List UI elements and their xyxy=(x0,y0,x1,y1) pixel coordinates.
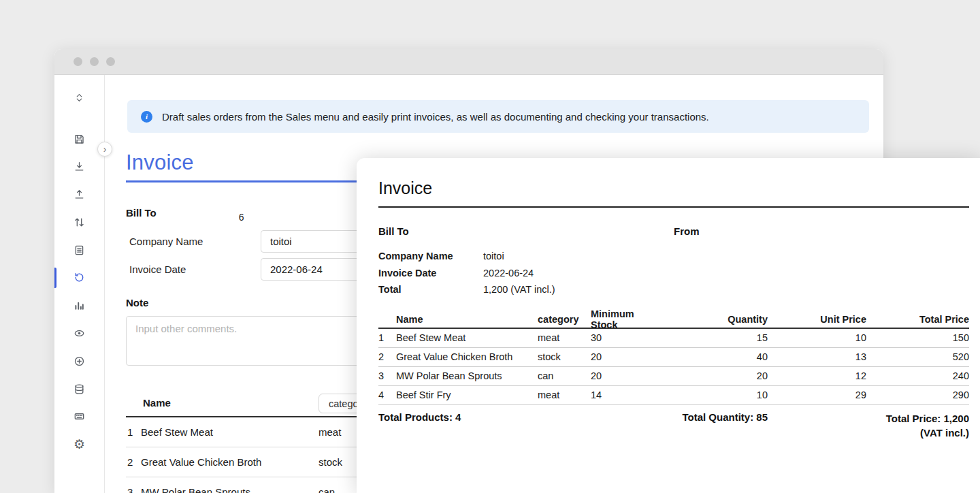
history-icon xyxy=(74,272,85,283)
info-value: 1,200 (VAT incl.) xyxy=(483,284,555,295)
row-number: 1 xyxy=(126,426,141,438)
download-icon xyxy=(74,161,85,172)
sidebar-item-add[interactable] xyxy=(54,353,105,369)
item-unit-price: 10 xyxy=(768,332,866,343)
invoice-preview-panel: Invoice Bill To From Company Name toitoi… xyxy=(357,158,980,493)
preview-table-row: 2 Great Value Chicken Broth stock 20 40 … xyxy=(378,348,969,367)
info-banner: i Draft sales orders from the Sales menu… xyxy=(127,100,869,133)
item-category: meat xyxy=(318,426,341,438)
keyboard-icon xyxy=(74,411,85,422)
item-quantity: 20 xyxy=(660,370,768,381)
preview-bill-to-label: Bill To xyxy=(378,225,674,237)
item-category: meat xyxy=(538,332,591,343)
window-minimize-button[interactable] xyxy=(90,57,99,66)
info-row: Total 1,200 (VAT incl.) xyxy=(378,281,969,298)
item-category: can xyxy=(318,486,335,493)
total-price-value: Total Price: 1,200 xyxy=(886,411,969,426)
info-row: Invoice Date 2022-06-24 xyxy=(378,265,969,282)
item-quantity: 10 xyxy=(660,389,768,400)
info-value: toitoi xyxy=(483,251,504,261)
desktop-background: ⚙ › i Draft sales orders from the Sales … xyxy=(0,0,980,493)
item-category: stock xyxy=(318,456,342,468)
company-name-label: Company Name xyxy=(129,236,261,247)
preview-table-row: 3 MW Polar Bean Sprouts can 20 20 12 240 xyxy=(378,367,969,386)
sidebar-item-upload[interactable] xyxy=(54,187,105,203)
info-value: 2022-06-24 xyxy=(483,268,534,279)
total-quantity: Total Quantity: 85 xyxy=(682,411,768,423)
total-products: Total Products: 4 xyxy=(378,411,461,423)
sort-arrows-icon xyxy=(74,217,85,228)
info-label: Total xyxy=(378,284,483,295)
item-min-stock: 14 xyxy=(591,389,660,400)
plus-circle-icon xyxy=(74,355,85,367)
item-total-price: 290 xyxy=(866,389,969,400)
sidebar-item-documents[interactable] xyxy=(54,242,105,258)
row-number: 1 xyxy=(378,332,396,343)
col-header-unit-price: Unit Price xyxy=(768,314,866,325)
col-header-category: category xyxy=(538,314,591,325)
bar-chart-icon xyxy=(74,300,85,311)
name-column-header: Name xyxy=(143,397,171,409)
sidebar-item-keyboard[interactable] xyxy=(54,409,105,425)
expand-icon xyxy=(74,92,84,104)
chevron-right-icon: › xyxy=(103,144,107,154)
item-name: Beef Stir Fry xyxy=(396,389,538,400)
item-total-price: 240 xyxy=(866,370,969,381)
row-number: 4 xyxy=(378,389,396,400)
info-row: Company Name toitoi xyxy=(378,248,969,265)
item-unit-price: 12 xyxy=(768,370,866,381)
preview-title-rule xyxy=(378,206,969,208)
item-quantity: 15 xyxy=(660,332,768,343)
window-zoom-button[interactable] xyxy=(106,57,115,66)
sidebar-item-history[interactable] xyxy=(54,270,105,286)
sidebar-item-database[interactable] xyxy=(54,381,105,397)
bill-to-label: Bill To xyxy=(126,207,157,219)
preview-table: Name category Minimum Stock Quantity Uni… xyxy=(378,308,969,405)
item-min-stock: 30 xyxy=(591,332,660,343)
invoice-date-label: Invoice Date xyxy=(129,264,261,275)
eye-icon xyxy=(74,328,85,339)
item-category: can xyxy=(538,370,591,381)
info-label: Invoice Date xyxy=(378,268,483,279)
item-total-price: 150 xyxy=(866,332,969,343)
sidebar-item-settings[interactable]: ⚙ xyxy=(54,436,105,453)
item-name: MW Polar Bean Sprouts xyxy=(396,370,538,381)
preview-totals: Total Products: 4 Total Quantity: 85 Tot… xyxy=(378,411,969,452)
item-name: Great Value Chicken Broth xyxy=(396,351,538,362)
sidebar-item-reports[interactable] xyxy=(54,298,105,314)
col-header-total-price: Total Price xyxy=(866,314,969,325)
preview-table-header: Name category Minimum Stock Quantity Uni… xyxy=(378,308,969,329)
save-icon xyxy=(74,133,85,145)
total-price-vat-note: (VAT incl.) xyxy=(886,426,969,440)
row-number: 3 xyxy=(126,486,141,493)
item-min-stock: 20 xyxy=(591,351,660,362)
preview-info: Company Name toitoi Invoice Date 2022-06… xyxy=(378,248,969,298)
sidebar: ⚙ xyxy=(54,75,105,493)
bill-to-count: 6 xyxy=(239,212,244,223)
sidebar-toggle-button[interactable]: › xyxy=(97,142,112,157)
info-label: Company Name xyxy=(378,251,483,261)
upload-icon xyxy=(74,189,85,200)
total-price: Total Price: 1,200 (VAT incl.) xyxy=(886,411,969,440)
preview-from-label: From xyxy=(674,225,969,237)
item-category: meat xyxy=(538,389,591,400)
sidebar-item-download[interactable] xyxy=(54,159,105,175)
sidebar-item-sort[interactable] xyxy=(54,214,105,230)
preview-table-row: 1 Beef Stew Meat meat 30 15 10 150 xyxy=(378,329,969,348)
item-category: stock xyxy=(538,351,591,362)
preview-parties-row: Bill To From xyxy=(378,225,969,237)
window-close-button[interactable] xyxy=(74,57,82,66)
sidebar-item-expand[interactable] xyxy=(54,89,105,106)
document-icon xyxy=(74,244,85,256)
item-quantity: 40 xyxy=(660,351,768,362)
database-icon xyxy=(74,383,85,395)
preview-table-row: 4 Beef Stir Fry meat 14 10 29 290 xyxy=(378,386,969,405)
item-unit-price: 29 xyxy=(768,389,866,400)
sidebar-item-view[interactable] xyxy=(54,325,105,342)
col-header-min-stock: Minimum Stock xyxy=(591,308,660,330)
gear-icon: ⚙ xyxy=(74,438,85,451)
col-header-quantity: Quantity xyxy=(660,314,768,325)
sidebar-item-save[interactable] xyxy=(54,131,105,147)
item-min-stock: 20 xyxy=(591,370,660,381)
col-header-name: Name xyxy=(396,314,538,325)
